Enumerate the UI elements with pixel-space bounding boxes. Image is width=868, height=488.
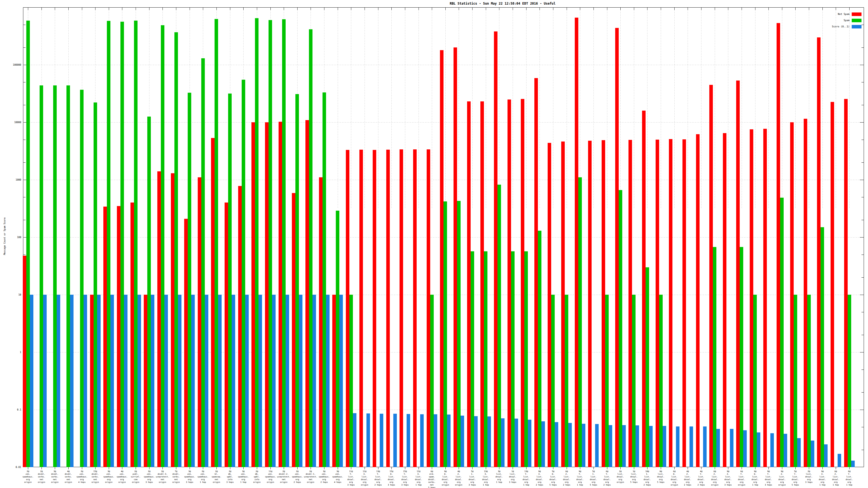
bar-score — [367, 414, 370, 467]
x-tick-mark-top — [701, 7, 702, 10]
bar-not_spam — [534, 78, 538, 467]
x-tick-mark-bottom — [284, 467, 284, 469]
bar-score — [272, 295, 276, 467]
bar-not_spam — [386, 150, 390, 467]
bar-score — [461, 416, 464, 467]
bar-score — [447, 415, 451, 467]
x-gridline — [513, 7, 513, 209]
bar-score — [231, 295, 235, 467]
x-tick-mark-bottom — [849, 467, 849, 469]
y-minor-tick-mark — [862, 335, 864, 335]
x-tick-mark-bottom — [190, 467, 190, 469]
bar-score — [111, 295, 114, 467]
bar-not_spam — [238, 186, 242, 467]
x-tick-mark-bottom — [203, 467, 203, 469]
x-tick-mark-top — [324, 7, 324, 10]
x-tick-mark-bottom — [620, 467, 621, 469]
x-tick-mark-top — [365, 7, 365, 10]
bar-score — [555, 422, 558, 467]
x-tick-mark-top — [620, 7, 621, 10]
x-tick-mark-top — [418, 7, 419, 10]
bar-score — [811, 441, 814, 467]
x-tick-mark-top — [580, 7, 580, 10]
y-minor-tick-mark — [862, 197, 864, 197]
bar-score — [124, 295, 127, 467]
bar-not_spam — [184, 219, 188, 467]
x-gridline — [620, 7, 621, 209]
bar-score — [716, 429, 720, 467]
bar-spam — [255, 18, 258, 467]
bar-score — [541, 421, 545, 467]
bar-score — [703, 426, 707, 467]
x-tick-mark-bottom — [82, 467, 82, 469]
x-tick-mark-bottom — [674, 467, 675, 469]
bar-spam — [646, 267, 649, 467]
x-axis-label: 6@ Y. list. dnswl. org 1 hop — [837, 470, 862, 486]
bar-score — [380, 414, 383, 467]
legend-label-not-spam: Not Spam — [768, 13, 849, 15]
bar-spam — [94, 102, 97, 467]
x-tick-mark-bottom — [486, 467, 486, 469]
x-tick-mark-top — [149, 7, 150, 10]
bar-spam — [282, 19, 286, 467]
bar-score — [528, 420, 531, 467]
y-minor-tick-mark — [23, 25, 26, 25]
bar-spam — [848, 295, 851, 467]
bar-score — [622, 425, 626, 467]
bar-spam — [201, 58, 205, 467]
bar-spam — [309, 29, 312, 467]
bar-spam — [53, 86, 57, 467]
bar-score — [515, 419, 518, 467]
bar-score — [582, 424, 585, 467]
x-tick-mark-top — [216, 7, 217, 10]
x-tick-mark-bottom — [715, 467, 715, 469]
x-tick-mark-top — [311, 7, 311, 10]
bar-score — [568, 423, 572, 467]
x-tick-mark-bottom — [338, 467, 338, 469]
x-tick-mark-top — [190, 7, 190, 10]
bar-spam — [336, 210, 339, 467]
x-tick-mark-top — [203, 7, 203, 10]
bar-not_spam — [844, 99, 848, 467]
y-minor-tick-mark — [862, 255, 864, 255]
x-tick-mark-bottom — [257, 467, 257, 469]
x-tick-mark-top — [284, 7, 284, 10]
bar-not_spam — [90, 295, 94, 467]
bar-score — [299, 295, 303, 467]
x-gridline — [338, 7, 338, 209]
x-tick-mark-top — [499, 7, 499, 10]
x-tick-mark-top — [41, 7, 42, 10]
x-tick-mark-bottom — [378, 467, 378, 469]
bar-not_spam — [628, 140, 632, 467]
x-tick-mark-top — [297, 7, 298, 10]
bar-not_spam — [831, 102, 834, 467]
bar-spam — [215, 19, 218, 467]
y-minor-tick-mark — [862, 369, 864, 370]
x-tick-mark-bottom — [41, 467, 42, 469]
x-tick-mark-top — [593, 7, 594, 10]
x-tick-mark-top — [122, 7, 122, 10]
x-tick-mark-bottom — [28, 467, 28, 469]
bar-score — [595, 424, 599, 467]
bar-spam — [107, 21, 111, 467]
x-tick-mark-top — [176, 7, 176, 10]
x-tick-mark-top — [836, 7, 836, 10]
bar-not_spam — [157, 171, 161, 467]
bar-score — [312, 295, 316, 467]
x-gridline — [593, 7, 594, 209]
bar-not_spam — [736, 80, 740, 467]
x-tick-mark-bottom — [216, 467, 217, 469]
bar-score — [258, 295, 262, 467]
bar-score — [501, 418, 504, 467]
x-tick-mark-top — [526, 7, 527, 10]
bar-not_spam — [777, 23, 780, 467]
x-tick-mark-top — [28, 7, 28, 10]
bar-not_spam — [130, 202, 134, 467]
y-minor-tick-mark — [862, 450, 864, 450]
bar-score — [218, 295, 222, 467]
y-minor-tick-mark — [23, 255, 26, 255]
x-gridline — [553, 7, 553, 209]
x-tick-mark-bottom — [445, 467, 446, 469]
y-minor-tick-mark — [23, 82, 26, 83]
x-gridline — [634, 7, 634, 209]
